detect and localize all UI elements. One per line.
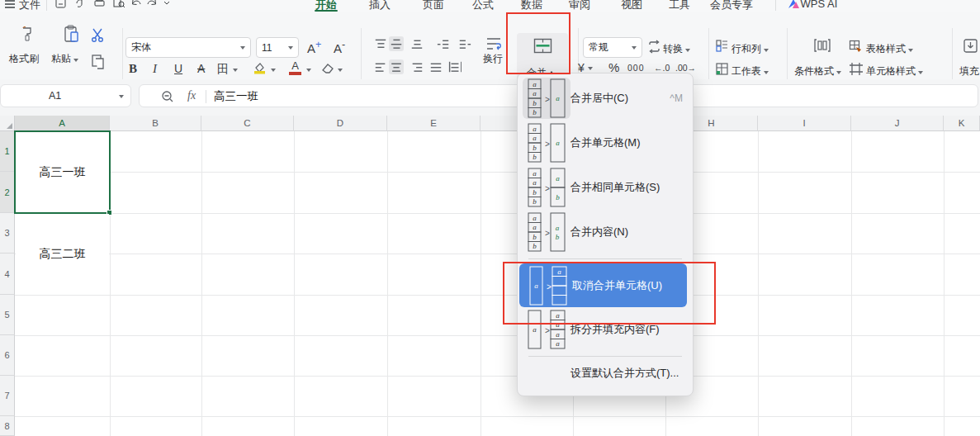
formula-content[interactable]: 高三一班 (214, 89, 258, 104)
row-header-4[interactable]: 4 (0, 254, 15, 295)
file-menu[interactable]: 文件 (19, 0, 40, 12)
menu-item-1[interactable]: aabb>a合并居中(C)^M (518, 76, 693, 121)
cut-icon[interactable] (89, 26, 106, 43)
undo-icon[interactable] (130, 0, 142, 9)
tab-审阅[interactable]: 审阅 (569, 0, 590, 12)
merged-cell-A1-A2[interactable]: 高三一班 (16, 132, 109, 212)
row-header-6[interactable]: 6 (0, 335, 15, 376)
column-header-C[interactable]: C (201, 116, 294, 131)
menu-item-2[interactable]: aabb>a合并单元格(M) (518, 121, 693, 165)
eraser-icon[interactable] (320, 61, 335, 74)
row-header-8[interactable]: 8 (0, 416, 15, 436)
conditional-format-button[interactable]: 条件格式 (794, 64, 841, 78)
row-header-1[interactable]: 1 (0, 131, 15, 172)
eraser-dropdown[interactable] (338, 69, 343, 72)
column-header-I[interactable]: I (758, 116, 851, 131)
tab-公式[interactable]: 公式 (472, 0, 494, 12)
worksheet-button[interactable]: 工作表 (731, 64, 769, 78)
fill-icon[interactable] (963, 38, 978, 54)
table-style-icon[interactable] (849, 40, 864, 54)
align-bottom-button[interactable] (410, 36, 424, 51)
tab-插入[interactable]: 插入 (369, 0, 391, 12)
table-style-button[interactable]: 表格样式 (866, 42, 913, 56)
column-header-D[interactable]: D (294, 116, 387, 131)
format-painter-button[interactable]: 格式刷 (9, 52, 39, 66)
align-middle-button[interactable] (389, 36, 404, 51)
save-icon[interactable] (54, 0, 67, 9)
tab-页面[interactable]: 页面 (423, 0, 444, 12)
strikethrough-button[interactable]: A (197, 62, 205, 75)
tab-视图[interactable]: 视图 (621, 0, 642, 12)
borders-button[interactable]: 田 (217, 62, 229, 77)
column-header-B[interactable]: B (110, 116, 201, 131)
select-all-corner[interactable] (0, 116, 15, 131)
row-header-5[interactable]: 5 (0, 295, 15, 335)
zoom-out-icon[interactable] (161, 90, 174, 103)
thousands-separator-button[interactable]: 000 (627, 63, 645, 73)
row-header-3[interactable]: 3 (0, 213, 15, 254)
merged-cell-A3-A4[interactable]: 高三二班 (16, 214, 109, 294)
chevron-down-icon[interactable] (162, 0, 172, 8)
align-right-button[interactable] (410, 59, 424, 74)
decrease-indent-button[interactable] (436, 36, 451, 51)
export-icon[interactable] (74, 0, 87, 9)
hamburger-menu-icon[interactable] (4, 0, 16, 10)
copy-icon[interactable] (90, 53, 107, 71)
align-center-button[interactable] (389, 59, 404, 74)
borders-dropdown[interactable] (233, 69, 238, 72)
tab-数据[interactable]: 数据 (521, 0, 542, 12)
worksheet-icon[interactable] (715, 62, 729, 76)
column-header-A[interactable]: A (15, 116, 110, 131)
row-header-2[interactable]: 2 (0, 172, 15, 213)
paste-button[interactable]: 粘贴 (51, 52, 78, 66)
tab-工具[interactable]: 工具 (669, 0, 690, 12)
paste-icon[interactable] (61, 24, 83, 45)
wrap-text-icon[interactable] (485, 36, 502, 52)
menu-item-5[interactable]: a>a取消合并单元格(U) (519, 263, 687, 307)
column-header-J[interactable]: J (851, 116, 944, 131)
menu-item-6[interactable]: a>aaaa拆分并填充内容(F) (518, 307, 693, 352)
sheet-cells-area[interactable] (15, 131, 980, 436)
increase-font-button[interactable]: A+ (307, 39, 321, 55)
cell-style-icon[interactable] (849, 62, 864, 76)
justify-button[interactable] (428, 59, 443, 74)
fx-icon[interactable]: fx (187, 89, 196, 102)
font-name-combo[interactable]: 宋体 (125, 37, 251, 58)
name-box-dropdown[interactable] (119, 95, 124, 98)
menu-item-3[interactable]: aabb>ab合并相同单元格(S) (518, 165, 693, 210)
decrease-font-button[interactable]: A- (334, 39, 345, 55)
menu-item-7[interactable]: 设置默认合并方式(T)... (518, 361, 693, 386)
fill-color-button[interactable] (253, 61, 267, 75)
menu-item-4[interactable]: aabb>ab合并内容(N) (518, 210, 693, 254)
fill-button[interactable]: 填充 (959, 64, 979, 78)
convert-button[interactable]: 转换 (663, 42, 690, 56)
cell-style-button[interactable]: 单元格样式 (866, 64, 923, 78)
align-top-button[interactable] (373, 36, 388, 51)
font-size-combo[interactable]: 11 (256, 37, 299, 58)
name-box[interactable]: A1 (0, 84, 131, 107)
decrease-decimal-button[interactable]: ←.0 (654, 63, 670, 73)
distributed-button[interactable] (447, 59, 462, 74)
tab-会员专享[interactable]: 会员专享 (710, 0, 753, 12)
rows-columns-icon[interactable] (715, 39, 729, 53)
format-painter-icon[interactable] (18, 25, 38, 45)
font-color-dropdown[interactable] (306, 69, 311, 72)
column-header-K[interactable]: K (944, 116, 980, 131)
rows-columns-button[interactable]: 行和列 (731, 42, 769, 56)
underline-button[interactable]: U (174, 62, 182, 75)
wps-ai-tab[interactable]: WPS AI (801, 0, 838, 10)
print-icon[interactable] (93, 0, 106, 9)
align-left-button[interactable] (373, 59, 388, 74)
font-color-button[interactable]: A (289, 59, 301, 75)
increase-decimal-button[interactable]: .00→ (675, 63, 696, 73)
print-preview-icon[interactable] (112, 0, 125, 9)
italic-button[interactable]: I (153, 62, 157, 76)
column-header-E[interactable]: E (387, 116, 481, 131)
increase-indent-button[interactable] (457, 36, 472, 51)
wrap-text-button[interactable]: 换行 (483, 52, 503, 66)
bold-button[interactable]: B (129, 62, 137, 76)
conditional-format-icon[interactable] (813, 36, 831, 54)
convert-icon[interactable] (647, 40, 661, 54)
redo-icon[interactable] (146, 0, 158, 9)
number-format-combo[interactable]: 常规 (583, 37, 642, 58)
